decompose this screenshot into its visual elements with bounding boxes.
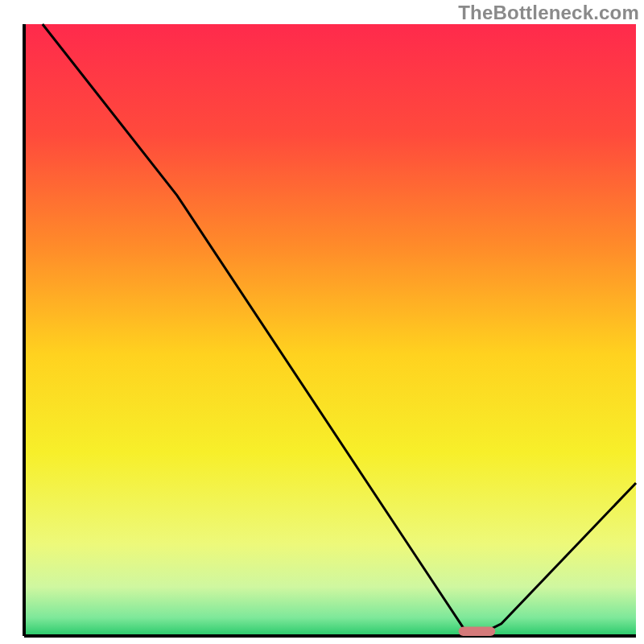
bottleneck-chart [0, 0, 644, 644]
plot-area [24, 24, 636, 636]
optimal-marker [459, 627, 496, 636]
chart-container: TheBottleneck.com [0, 0, 644, 644]
